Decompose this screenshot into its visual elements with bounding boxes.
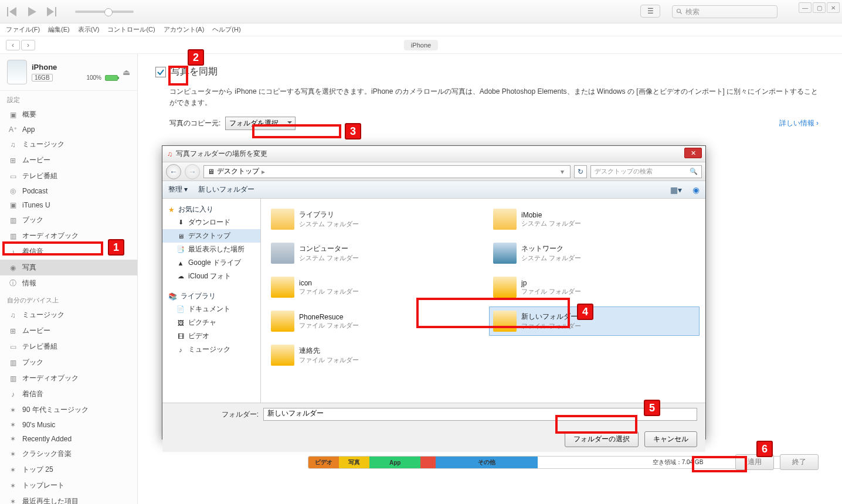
dialog-close-button[interactable]: ✕	[684, 148, 702, 158]
sidebar-item-着信音[interactable]: ♪着信音	[0, 386, 137, 402]
play-icon[interactable]	[26, 6, 38, 18]
sidebar-item-90 年代ミュージック[interactable]: ✶90 年代ミュージック	[0, 402, 137, 418]
sidebar-item-オーディオブック[interactable]: ▥オーディオブック	[0, 370, 137, 386]
sidebar-item-トップレート[interactable]: ✶トップレート	[0, 478, 137, 493]
sidebar-icon: ✶	[8, 498, 18, 505]
file-item-コンピューター[interactable]: コンピューターシステム フォルダー	[267, 239, 477, 268]
dialog-forward-button[interactable]: →	[185, 164, 200, 179]
sidebar-item-写真[interactable]: ◉写真	[0, 260, 137, 275]
nav-forward-button[interactable]: ›	[21, 40, 35, 50]
refresh-button[interactable]: ↻	[574, 165, 587, 178]
menu-edit[interactable]: 編集(E)	[48, 25, 70, 34]
sidebar-icon: ✶	[8, 482, 18, 490]
sidebar-label: トップ 25	[22, 465, 53, 475]
menu-control[interactable]: コントロール(C)	[107, 25, 155, 34]
folder-icon	[493, 311, 517, 332]
file-item-新しいフォルダー[interactable]: 新しいフォルダーファイル フォルダー	[489, 307, 700, 336]
close-button[interactable]: ✕	[827, 2, 840, 13]
file-item-ライブラリ[interactable]: ライブラリシステム フォルダー	[267, 205, 477, 234]
sidebar-icon: ▭	[8, 343, 18, 351]
sidebar-item-ミュージック[interactable]: ♫ミュージック	[0, 137, 137, 152]
file-item-jp[interactable]: jpファイル フォルダー	[489, 273, 700, 302]
sidebar-item-情報[interactable]: ⓘ情報	[0, 275, 137, 291]
nav-back-button[interactable]: ‹	[6, 40, 20, 50]
sidebar-item-ムービー[interactable]: ⊞ムービー	[0, 323, 137, 339]
dialog-search-input[interactable]: デスクトップの検索 🔍	[590, 165, 702, 178]
select-folder-button[interactable]: フォルダーの選択	[565, 431, 639, 447]
file-pane: ライブラリシステム フォルダーiMobieシステム フォルダーコンピューターシス…	[261, 199, 705, 403]
sidebar-icon: ♪	[8, 248, 18, 256]
sidebar-item-テレビ番組[interactable]: ▭テレビ番組	[0, 168, 137, 184]
menu-view[interactable]: 表示(V)	[78, 25, 100, 34]
sidebar-item-iTunes U[interactable]: ▣iTunes U	[0, 198, 137, 212]
sidebar-label: ブック	[22, 215, 43, 225]
sync-photos-checkbox[interactable]	[155, 67, 166, 77]
minimize-button[interactable]: —	[799, 2, 812, 13]
tree-item-ドキュメント[interactable]: 📄ドキュメント	[162, 302, 260, 316]
organize-dropdown[interactable]: 整理 ▾	[168, 185, 188, 195]
prev-track-icon[interactable]	[6, 6, 18, 18]
sync-title: 写真を同期	[171, 66, 218, 78]
sidebar-item-概要[interactable]: ▣概要	[0, 107, 137, 122]
sidebar-icon: ✶	[8, 421, 18, 429]
sidebar-item-90's Music[interactable]: ✶90's Music	[0, 418, 137, 432]
sidebar-icon: ▣	[8, 111, 18, 119]
help-button[interactable]: ◉	[692, 185, 700, 195]
folder-icon	[271, 243, 294, 264]
path-bar[interactable]: 🖥 デスクトップ ▸ ▾	[203, 165, 571, 178]
file-item-PhoneResuce[interactable]: PhoneResuceファイル フォルダー	[267, 307, 477, 336]
tree-item-ビデオ[interactable]: 🎞ビデオ	[162, 329, 260, 343]
tree-item-Google ドライブ[interactable]: ▲Google ドライブ	[162, 256, 260, 270]
menu-help[interactable]: ヘルプ(H)	[212, 25, 240, 34]
sidebar-item-ブック[interactable]: ▥ブック	[0, 212, 137, 228]
file-item-連絡先[interactable]: 連絡先ファイル フォルダー	[267, 340, 477, 370]
sidebar-item-ムービー[interactable]: ⊞ムービー	[0, 152, 137, 168]
sidebar-label: iTunes U	[22, 201, 50, 209]
tree-item-最近表示した場所[interactable]: 📑最近表示した場所	[162, 243, 260, 256]
sidebar-item-ブック[interactable]: ▥ブック	[0, 355, 137, 370]
done-button[interactable]: 終了	[780, 454, 819, 470]
sidebar-item-クラシック音楽[interactable]: ✶クラシック音楽	[0, 446, 137, 462]
tree-item-iCloud フォト[interactable]: ☁iCloud フォト	[162, 270, 260, 283]
folder-icon	[271, 209, 294, 230]
maximize-button[interactable]: ▢	[813, 2, 826, 13]
device-pill[interactable]: iPhone	[404, 40, 438, 50]
sidebar-item-Recently Added[interactable]: ✶Recently Added	[0, 432, 137, 446]
file-item-iMobie[interactable]: iMobieシステム フォルダー	[489, 205, 700, 234]
new-folder-button[interactable]: 新しいフォルダー	[198, 185, 254, 195]
sidebar-icon: ✶	[8, 406, 18, 414]
more-info-link[interactable]: 詳しい情報 ›	[779, 118, 819, 128]
sidebar-item-テレビ番組[interactable]: ▭テレビ番組	[0, 339, 137, 355]
storage-seg	[420, 457, 436, 468]
sidebar-label: ミュージック	[22, 139, 64, 149]
sidebar-item-最近再生した項目[interactable]: ✶最近再生した項目	[0, 493, 137, 504]
tree-item-ピクチャ[interactable]: 🖼ピクチャ	[162, 316, 260, 329]
sidebar-label: ムービー	[22, 326, 50, 336]
sidebar-item-ミュージック[interactable]: ♫ミュージック	[0, 307, 137, 323]
menu-file[interactable]: ファイル(F)	[6, 25, 40, 34]
tree-item-ミュージック[interactable]: ♪ミュージック	[162, 343, 260, 356]
copy-source-select[interactable]: フォルダを選択...	[225, 117, 296, 130]
sidebar-item-トップ 25[interactable]: ✶トップ 25	[0, 462, 137, 478]
tree-favorites[interactable]: ★お気に入り	[162, 202, 260, 216]
file-item-ネットワーク[interactable]: ネットワークシステム フォルダー	[489, 239, 700, 268]
menu-account[interactable]: アカウント(A)	[164, 25, 205, 34]
tree-item-ダウンロード[interactable]: ⬇ダウンロード	[162, 216, 260, 229]
sidebar-item-Podcast[interactable]: ◎Podcast	[0, 184, 137, 198]
folder-name-input[interactable]: 新しいフォルダー	[263, 408, 697, 421]
volume-slider[interactable]	[75, 11, 134, 13]
tree-icon: 🖼	[176, 319, 185, 326]
cancel-button[interactable]: キャンセル	[644, 431, 697, 447]
list-view-button[interactable]: ☰	[640, 5, 660, 18]
sidebar-item-App[interactable]: A⁺App	[0, 122, 137, 137]
eject-icon[interactable]: ⏏	[123, 67, 130, 77]
view-options-button[interactable]: ▦▾	[670, 185, 682, 195]
tree-item-デスクトップ[interactable]: 🖥デスクトップ	[162, 229, 260, 243]
tree-library[interactable]: 📚ライブラリ	[162, 289, 260, 302]
device-header[interactable]: iPhone 16GB 100% ⏏	[0, 54, 137, 91]
dialog-back-button[interactable]: ←	[166, 164, 181, 179]
search-input[interactable]: 検索	[672, 5, 778, 18]
file-item-icon[interactable]: iconファイル フォルダー	[267, 273, 477, 302]
next-track-icon[interactable]	[46, 6, 57, 18]
top-toolbar: ☰ 検索 — ▢ ✕	[0, 0, 842, 23]
